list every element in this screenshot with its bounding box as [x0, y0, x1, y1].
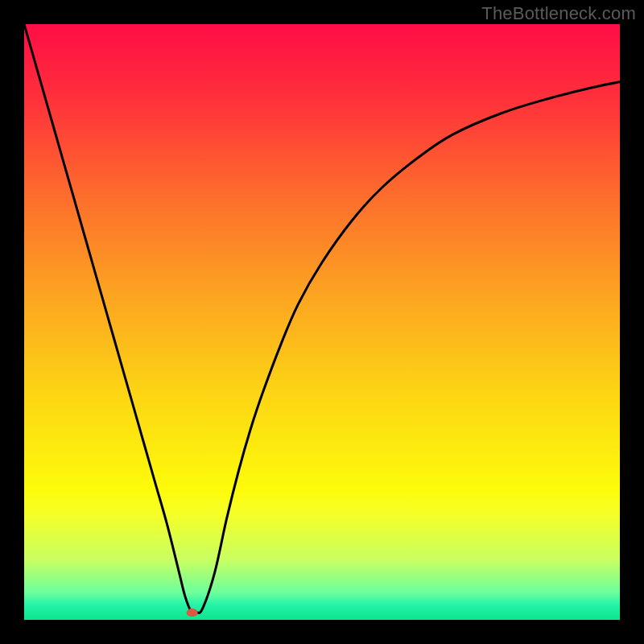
- plot-area: [24, 24, 620, 620]
- watermark-text: TheBottleneck.com: [481, 3, 636, 24]
- minimum-marker: [187, 609, 198, 617]
- gradient-background: [24, 24, 620, 620]
- chart-svg: [24, 24, 620, 620]
- chart-frame: TheBottleneck.com: [0, 0, 644, 644]
